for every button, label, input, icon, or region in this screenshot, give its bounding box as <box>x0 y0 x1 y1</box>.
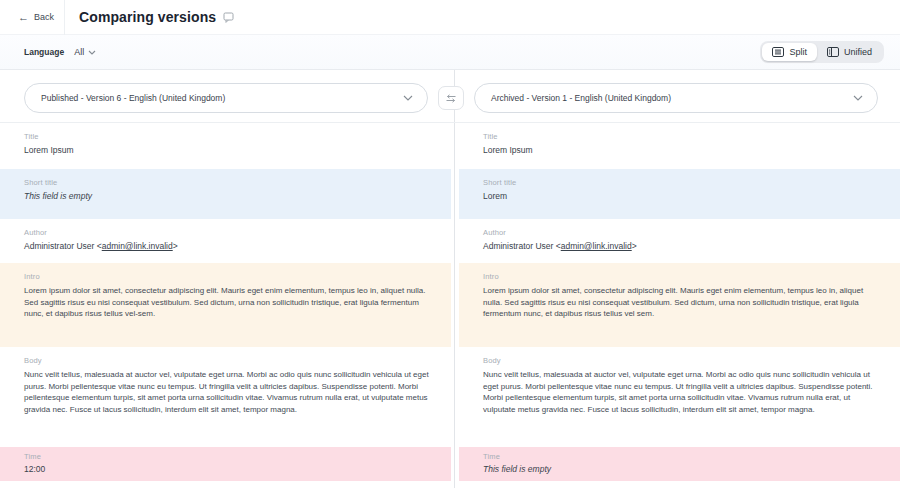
field-value: Administrator User <admin@link.invalid> <box>483 241 878 252</box>
row-gap <box>451 169 459 219</box>
field-label: Short title <box>24 178 429 187</box>
comment-square-icon <box>223 12 234 23</box>
left-version-value: Published - Version 6 - English (United … <box>41 93 403 103</box>
field-row-intro: Intro Lorem ipsum dolor sit amet, consec… <box>0 263 900 347</box>
header-divider <box>64 0 65 35</box>
field-label: Intro <box>483 272 878 281</box>
chevron-down-icon <box>403 95 413 101</box>
swap-versions-button[interactable] <box>438 86 464 110</box>
language-select[interactable]: All <box>74 47 96 57</box>
field-cell-left: Body Nunc velit tellus, malesuada at auc… <box>0 347 451 447</box>
field-label: Time <box>24 452 429 461</box>
author-email-link[interactable]: admin@link.invalid <box>102 241 173 251</box>
split-view-button[interactable]: Split <box>762 43 817 61</box>
split-view-label: Split <box>789 47 807 57</box>
field-cell-right: Short title Lorem <box>459 169 900 219</box>
field-label: Author <box>24 228 429 237</box>
field-row-body: Body Nunc velit tellus, malesuada at auc… <box>0 347 900 447</box>
field-value-empty: This field is empty <box>24 191 429 202</box>
field-label: Author <box>483 228 878 237</box>
row-gap <box>451 447 459 481</box>
field-value: Lorem Ipsum <box>483 145 878 156</box>
unified-view-icon <box>827 47 839 57</box>
field-value: Lorem Ipsum <box>24 145 429 156</box>
author-prefix: Administrator User < <box>24 241 102 251</box>
field-label: Title <box>24 132 429 141</box>
row-gap <box>451 263 459 347</box>
field-label: Time <box>483 452 878 461</box>
author-suffix: > <box>632 241 637 251</box>
row-gap <box>451 219 459 263</box>
compare-toolbar: Language All Split <box>0 35 900 70</box>
unified-view-label: Unified <box>844 47 872 57</box>
field-value-empty: This field is empty <box>483 464 878 475</box>
field-value: Nunc velit tellus, malesuada at auctor v… <box>24 369 429 415</box>
field-label: Body <box>483 356 878 365</box>
field-label: Short title <box>483 178 878 187</box>
field-cell-right: Body Nunc velit tellus, malesuada at auc… <box>459 347 900 447</box>
field-row-author: Author Administrator User <admin@link.in… <box>0 219 900 263</box>
author-email-link[interactable]: admin@link.invalid <box>561 241 632 251</box>
field-value: Administrator User <admin@link.invalid> <box>24 241 429 252</box>
field-row-time: Time 12:00 Time This field is empty <box>0 447 900 481</box>
field-cell-right: Time This field is empty <box>459 447 900 481</box>
row-gap <box>451 347 459 447</box>
row-gap <box>451 123 459 169</box>
author-suffix: > <box>173 241 178 251</box>
field-label: Intro <box>24 272 429 281</box>
back-arrow-icon: ← <box>18 12 29 23</box>
author-prefix: Administrator User < <box>483 241 561 251</box>
field-cell-right: Intro Lorem ipsum dolor sit amet, consec… <box>459 263 900 347</box>
top-header: ← Back Comparing versions <box>0 0 900 35</box>
field-label: Body <box>24 356 429 365</box>
field-cell-right: Author Administrator User <admin@link.in… <box>459 219 900 263</box>
language-label: Language <box>24 47 64 57</box>
page-title: Comparing versions <box>79 9 216 25</box>
view-mode-toggle: Split Unified <box>760 41 884 63</box>
field-cell-left: Title Lorem Ipsum <box>0 123 451 169</box>
field-cell-left: Time 12:00 <box>0 447 451 481</box>
right-version-value: Archived - Version 1 - English (United K… <box>491 93 853 103</box>
comparing-versions-page: ← Back Comparing versions Language All <box>0 0 900 488</box>
field-value: Lorem ipsum dolor sit amet, consectetur … <box>483 285 878 320</box>
field-row-title: Title Lorem Ipsum Title Lorem Ipsum <box>0 123 900 169</box>
field-value: Lorem <box>483 191 878 202</box>
field-value: 12:00 <box>24 464 429 475</box>
unified-view-button[interactable]: Unified <box>817 43 882 61</box>
field-cell-left: Short title This field is empty <box>0 169 451 219</box>
field-cell-left: Author Administrator User <admin@link.in… <box>0 219 451 263</box>
version-selectors-row: Published - Version 6 - English (United … <box>0 70 900 123</box>
swap-arrows-icon <box>445 94 457 103</box>
column-divider <box>454 70 455 488</box>
field-cell-right: Title Lorem Ipsum <box>459 123 900 169</box>
compare-content: Published - Version 6 - English (United … <box>0 70 900 488</box>
field-cell-left: Intro Lorem ipsum dolor sit amet, consec… <box>0 263 451 347</box>
chevron-down-icon <box>88 50 96 55</box>
back-label: Back <box>34 12 54 22</box>
right-version-select[interactable]: Archived - Version 1 - English (United K… <box>474 83 878 113</box>
field-label: Title <box>483 132 878 141</box>
language-value: All <box>74 47 84 57</box>
field-row-short-title: Short title This field is empty Short ti… <box>0 169 900 219</box>
left-version-select[interactable]: Published - Version 6 - English (United … <box>24 83 428 113</box>
field-value: Nunc velit tellus, malesuada at auctor v… <box>483 369 878 415</box>
back-button[interactable]: ← Back <box>10 6 62 29</box>
chevron-down-icon <box>853 95 863 101</box>
split-view-icon <box>772 47 784 57</box>
field-value: Lorem ipsum dolor sit amet, consectetur … <box>24 285 429 320</box>
